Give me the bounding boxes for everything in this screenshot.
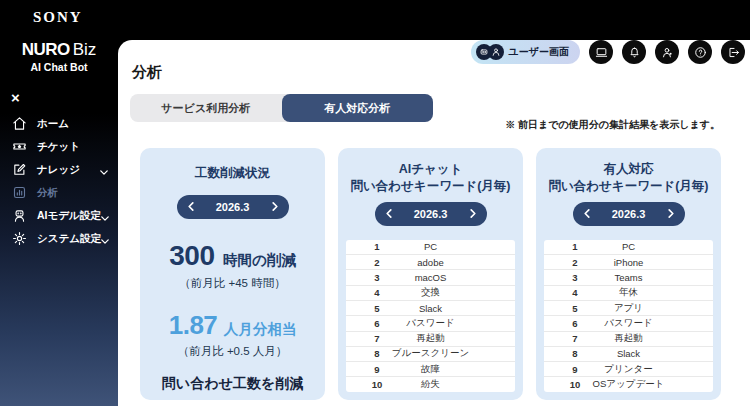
nuro-logo-text: NURO bbox=[22, 40, 70, 59]
keyword-row: 7 再起動 bbox=[346, 332, 515, 347]
chevron-down-icon bbox=[100, 161, 108, 179]
page-title: 分析 bbox=[132, 63, 162, 82]
keyword-row: 5 アプリ bbox=[544, 301, 713, 316]
sidebar-item-label: システム設定 bbox=[37, 232, 101, 246]
chevron-down-icon bbox=[101, 207, 109, 225]
prev-month-icon[interactable] bbox=[584, 209, 590, 218]
keyword-rank: 5 bbox=[346, 301, 408, 315]
sidebar-item-label: チケット bbox=[37, 140, 80, 154]
keyword-rank: 7 bbox=[544, 332, 606, 346]
card-title-line2: 問い合わせキーワード(月毎) bbox=[338, 178, 523, 195]
keyword-row: 3 macOS bbox=[346, 270, 515, 285]
keyword-row: 8 Slack bbox=[544, 347, 713, 362]
keyword-rank: 7 bbox=[346, 332, 408, 346]
person-months-unit: 人月分相当 bbox=[224, 321, 297, 337]
help-icon[interactable] bbox=[688, 40, 712, 64]
sidebar-item-label: ホーム bbox=[37, 117, 69, 131]
gear-icon bbox=[12, 231, 27, 246]
sidebar-item-home[interactable]: ホーム bbox=[0, 112, 118, 135]
sidebar-item-ai-model-settings[interactable]: AIモデル設定 bbox=[0, 204, 118, 227]
keyword-row: 9 プリンター bbox=[544, 362, 713, 377]
keyword-ranking-table: 1 PC 2 adobe 3 macOS bbox=[346, 240, 515, 392]
keyword-rank: 8 bbox=[544, 347, 606, 361]
person-months-delta: （前月比 +0.5 人月） bbox=[140, 344, 325, 359]
keyword-rank: 4 bbox=[346, 286, 408, 300]
cards-row: 工数削減状況 2026.3 300 時間の削減 （前月比 +45 時間） 1.8… bbox=[140, 148, 721, 400]
keyword-rank: 3 bbox=[544, 270, 606, 284]
keyword-row: 9 故障 bbox=[346, 362, 515, 377]
person-months-value: 1.87 bbox=[169, 310, 218, 340]
person-avatar-icon bbox=[488, 44, 504, 60]
keyword-rank: 6 bbox=[544, 316, 606, 330]
main-content: 分析 ユーザー画面 bbox=[118, 40, 750, 406]
tab-human-response-analysis[interactable]: 有人対応分析 bbox=[282, 94, 434, 122]
aggregation-note: ※ 前日までの使用分の集計結果を表示します。 bbox=[505, 118, 720, 132]
monitor-icon[interactable] bbox=[589, 40, 613, 64]
nuro-biz-logo: NUROBiz AI Chat Bot bbox=[0, 41, 118, 73]
next-month-icon[interactable] bbox=[470, 209, 476, 218]
keyword-row: 2 adobe bbox=[346, 255, 515, 270]
card-title-line2: 問い合わせキーワード(月毎) bbox=[536, 178, 721, 195]
keyword-row: 10 OSアップデート bbox=[544, 377, 713, 391]
hours-saved-unit: 時間の削減 bbox=[223, 252, 296, 268]
keyword-rank: 6 bbox=[346, 316, 408, 330]
person-months-metric: 1.87 人月分相当 bbox=[140, 312, 325, 338]
keyword-row: 6 パスワード bbox=[346, 316, 515, 331]
selected-month: 2026.3 bbox=[612, 208, 646, 220]
next-month-icon[interactable] bbox=[272, 202, 278, 211]
selected-month: 2026.3 bbox=[216, 201, 250, 213]
user-screen-button[interactable]: ユーザー画面 bbox=[471, 40, 580, 64]
hours-delta: （前月比 +45 時間） bbox=[140, 276, 325, 291]
ai-chat-bot-label: AI Chat Bot bbox=[0, 62, 118, 74]
keyword-row: 7 再起動 bbox=[544, 332, 713, 347]
ticket-icon bbox=[12, 139, 27, 154]
keyword-row: 6 パスワード bbox=[544, 316, 713, 331]
next-month-icon[interactable] bbox=[668, 209, 674, 218]
card-title: AIチャット 問い合わせキーワード(月毎) bbox=[338, 148, 523, 195]
keyword-rank: 9 bbox=[544, 362, 606, 376]
prev-month-icon[interactable] bbox=[188, 202, 194, 211]
card-title-line1: 有人対応 bbox=[536, 161, 721, 178]
notifications-bell-icon[interactable] bbox=[622, 40, 646, 64]
month-selector: 2026.3 bbox=[375, 202, 487, 226]
card-title-line1: AIチャット bbox=[338, 161, 523, 178]
sidebar-item-analytics[interactable]: 分析 bbox=[0, 181, 118, 204]
keyword-rank: 1 bbox=[346, 240, 408, 254]
logout-icon[interactable] bbox=[721, 40, 745, 64]
tab-service-usage-analysis[interactable]: サービス利用分析 bbox=[130, 94, 282, 122]
month-selector: 2026.3 bbox=[573, 202, 685, 226]
sidebar-item-knowledge[interactable]: ナレッジ bbox=[0, 158, 118, 181]
keyword-rank: 5 bbox=[544, 301, 606, 315]
keyword-rank: 2 bbox=[544, 255, 606, 269]
card-footer-text: 問い合わせ工数を削減 bbox=[140, 375, 325, 393]
edit-note-icon bbox=[12, 162, 27, 177]
keyword-row: 2 iPhone bbox=[544, 255, 713, 270]
card-human-response-keywords: 有人対応 問い合わせキーワード(月毎) 2026.3 1 PC bbox=[536, 148, 721, 400]
user-switch-icon[interactable] bbox=[655, 40, 679, 64]
card-effort-reduction: 工数削減状況 2026.3 300 時間の削減 （前月比 +45 時間） 1.8… bbox=[140, 148, 325, 400]
sidebar-menu: ホーム チケット ナレッジ 分析 bbox=[0, 112, 118, 250]
prev-month-icon[interactable] bbox=[386, 209, 392, 218]
keyword-row: 4 交換 bbox=[346, 286, 515, 301]
keyword-rank: 10 bbox=[346, 377, 408, 391]
user-screen-label: ユーザー画面 bbox=[509, 45, 569, 59]
app-window: SONY NUROBiz AI Chat Bot × ホーム チケット bbox=[0, 0, 750, 406]
analysis-tabbar: サービス利用分析 有人対応分析 bbox=[130, 94, 433, 122]
card-title: 有人対応 問い合わせキーワード(月毎) bbox=[536, 148, 721, 195]
sidebar-close-icon[interactable]: × bbox=[11, 90, 20, 105]
keyword-row: 5 Slack bbox=[346, 301, 515, 316]
hours-saved-metric: 300 時間の削減 bbox=[140, 242, 325, 270]
header-controls: ユーザー画面 bbox=[471, 40, 745, 64]
month-selector: 2026.3 bbox=[177, 195, 289, 219]
keyword-ranking-table: 1 PC 2 iPhone 3 Teams bbox=[544, 240, 713, 392]
sidebar-item-system-settings[interactable]: システム設定 bbox=[0, 227, 118, 250]
user-screen-avatars bbox=[476, 44, 504, 60]
hours-saved-value: 300 bbox=[169, 240, 214, 271]
biz-logo-text: Biz bbox=[73, 40, 97, 59]
keyword-row: 1 PC bbox=[544, 240, 713, 255]
sidebar-item-label: ナレッジ bbox=[37, 163, 80, 177]
keyword-row: 3 Teams bbox=[544, 270, 713, 285]
keyword-rank: 9 bbox=[346, 362, 408, 376]
sidebar-item-tickets[interactable]: チケット bbox=[0, 135, 118, 158]
selected-month: 2026.3 bbox=[414, 208, 448, 220]
